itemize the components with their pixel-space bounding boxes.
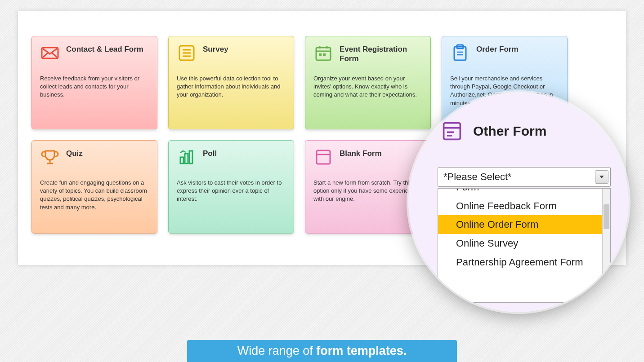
card-contact-lead[interactable]: Contact & Lead Form Receive feedback fro… [31,36,157,129]
svg-rect-18 [185,154,188,163]
dropdown-option[interactable]: Form [438,189,602,197]
card-quiz[interactable]: Quiz Create fun and engaging questions o… [31,140,157,234]
card-desc: Create fun and engaging questions on a v… [40,179,149,212]
svg-rect-26 [444,123,461,140]
card-title: Poll [203,147,286,158]
svg-rect-20 [317,150,330,164]
list-icon [177,43,197,63]
card-desc: Start a new form from scratch. Try this … [313,179,422,203]
select-value: *Please Select* [443,171,512,183]
card-desc: Organize your event based on your invite… [313,75,422,99]
banner-text-bold: form templates. [316,344,407,358]
form-icon [440,119,464,143]
other-form-select[interactable]: *Please Select* [438,167,611,187]
scrollbar-thumb[interactable] [604,204,609,229]
card-title: Blank Form [340,147,422,158]
card-desc: Receive feedback from your visitors or c… [40,75,149,99]
banner-text-prefix: Wide range of [237,344,317,358]
card-title: Event Registration Form [340,43,422,64]
svg-rect-9 [319,53,322,56]
envelope-icon [40,43,60,63]
dropdown-option[interactable]: Online Feedback Form [438,197,602,216]
chevron-down-icon [599,175,604,179]
svg-marker-30 [599,176,604,178]
dropdown-option[interactable]: Online Survey [438,234,602,253]
svg-rect-17 [180,157,183,163]
card-desc: Use this powerful data collection tool t… [177,75,286,99]
card-event-registration[interactable]: Event Registration Form Organize your ev… [305,36,431,129]
card-title: Survey [203,43,286,54]
clipboard-icon [450,43,470,63]
card-survey[interactable]: Survey Use this powerful data collection… [168,36,294,129]
bar-chart-icon [177,147,197,167]
dropdown-option-highlighted[interactable]: Online Order Form [438,215,602,234]
magnifier-title: Other Form [473,124,546,139]
card-poll[interactable]: Poll Ask visitors to cast their votes in… [168,140,294,234]
window-icon [313,147,333,167]
card-desc: Ask visitors to cast their votes in orde… [177,179,286,203]
svg-rect-19 [189,151,192,163]
dropdown-scrollbar[interactable] [602,189,610,302]
card-title: Contact & Lead Form [66,43,149,54]
magnifier-overlay: Other Form *Please Select* Form Online F… [408,92,629,312]
select-dropdown-button[interactable] [595,170,608,184]
calendar-icon [313,43,333,63]
card-title: Order Form [476,43,559,54]
caption-banner: Wide range of form templates. [187,340,457,362]
trophy-icon [40,147,60,167]
card-title: Quiz [66,147,149,158]
svg-rect-10 [323,53,326,56]
dropdown-option[interactable]: Partnership Agreement Form [438,253,602,272]
other-form-dropdown: Form Online Feedback Form Online Order F… [438,188,611,303]
